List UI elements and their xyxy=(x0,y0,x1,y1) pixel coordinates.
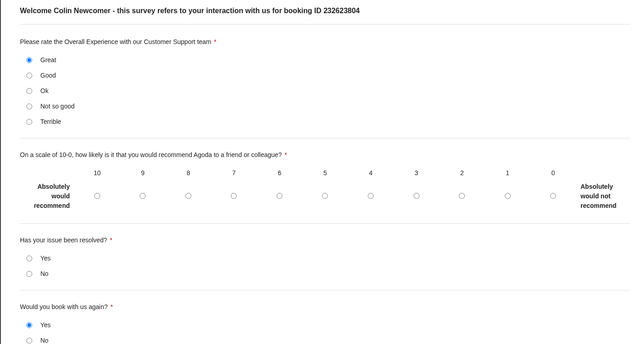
scale-column-header: 2 xyxy=(439,169,485,182)
question-text: Would you book with us again? * xyxy=(20,303,630,310)
radio-list: Yes No xyxy=(20,321,630,344)
scale-radio-4[interactable] xyxy=(368,193,374,199)
scale-radio-1[interactable] xyxy=(505,193,511,199)
question-text: On a scale of 10-0, how likely is it tha… xyxy=(20,151,630,158)
radio-option: Terrible xyxy=(26,118,630,125)
radio-option: Yes xyxy=(26,321,630,329)
radio-option: Not so good xyxy=(26,103,630,110)
radio-label[interactable]: No xyxy=(40,337,49,344)
radio-input-ok[interactable] xyxy=(26,88,32,94)
radio-label[interactable]: Not so good xyxy=(40,103,75,110)
radio-input-great[interactable] xyxy=(26,57,32,63)
question-label: On a scale of 10-0, how likely is it tha… xyxy=(20,151,282,158)
question-label: Would you book with us again? xyxy=(20,303,108,310)
required-marker: * xyxy=(110,236,112,244)
radio-input-yes[interactable] xyxy=(26,322,32,328)
radio-label[interactable]: Terrible xyxy=(40,118,61,125)
scale-radio-9[interactable] xyxy=(140,193,146,199)
radio-label[interactable]: Good xyxy=(40,72,56,79)
question-text: Please rate the Overall Experience with … xyxy=(20,38,630,45)
scale-column-header: 0 xyxy=(530,169,576,182)
scale-column-header: 1 xyxy=(485,169,531,182)
radio-option: Ok xyxy=(26,87,630,94)
scale-column-header: 3 xyxy=(394,169,439,182)
scale-column-header: 10 xyxy=(74,169,120,182)
scale-radio-10[interactable] xyxy=(94,193,100,199)
required-marker: * xyxy=(214,38,216,45)
radio-option: Yes xyxy=(26,255,630,262)
survey-page: Welcome Colin Newcomer - this survey ref… xyxy=(0,0,644,344)
scale-column-header: 8 xyxy=(166,169,211,182)
required-marker: * xyxy=(110,303,112,310)
scale-column-header: 4 xyxy=(348,169,394,182)
required-marker: * xyxy=(284,151,287,158)
scale-radio-3[interactable] xyxy=(414,193,420,199)
radio-input-no[interactable] xyxy=(26,271,32,277)
scale-radio-7[interactable] xyxy=(231,193,237,199)
radio-input-not-so-good[interactable] xyxy=(26,103,32,109)
radio-list: Great Good Ok Not so good Terrible xyxy=(20,56,630,125)
radio-option: Great xyxy=(26,56,630,64)
scale-anchor-left: Absolutely would recommend xyxy=(20,182,74,211)
question-block-book-again: Would you book with us again? * Yes No xyxy=(20,303,630,344)
page-title: Welcome Colin Newcomer - this survey ref… xyxy=(20,7,630,25)
radio-input-yes[interactable] xyxy=(26,256,32,261)
radio-input-no[interactable] xyxy=(26,338,32,344)
radio-option: No xyxy=(26,270,630,277)
scale-radio-0[interactable] xyxy=(550,193,556,199)
radio-label[interactable]: Ok xyxy=(40,87,49,94)
question-block-recommend-scale: On a scale of 10-0, how likely is it tha… xyxy=(20,151,630,224)
question-label: Please rate the Overall Experience with … xyxy=(20,38,211,45)
scale-anchor-right: Absolutely would not recommend xyxy=(576,182,630,211)
radio-label[interactable]: No xyxy=(40,270,49,277)
scale-radio-2[interactable] xyxy=(459,193,465,199)
scale-radio-5[interactable] xyxy=(322,193,328,199)
scale-radio-6[interactable] xyxy=(277,193,283,199)
radio-list: Yes No xyxy=(20,255,630,277)
question-block-overall-experience: Please rate the Overall Experience with … xyxy=(20,38,630,138)
scale-grid: 10 9 8 7 6 5 4 3 2 1 0 Absolutely would … xyxy=(20,169,630,211)
radio-label[interactable]: Yes xyxy=(40,321,51,329)
radio-option: No xyxy=(26,337,630,344)
scale-column-header: 6 xyxy=(257,169,302,182)
radio-input-good[interactable] xyxy=(26,73,32,79)
radio-input-terrible[interactable] xyxy=(26,119,32,125)
scale-column-header: 7 xyxy=(211,169,257,182)
question-block-issue-resolved: Has your issue been resolved? * Yes No xyxy=(20,236,630,290)
scale-column-header: 5 xyxy=(302,169,348,182)
radio-label[interactable]: Great xyxy=(40,56,56,64)
radio-label[interactable]: Yes xyxy=(40,255,51,262)
question-label: Has your issue been resolved? xyxy=(20,236,107,244)
scale-column-header: 9 xyxy=(120,169,166,182)
scale-radio-8[interactable] xyxy=(185,193,191,199)
radio-option: Good xyxy=(26,72,630,79)
question-text: Has your issue been resolved? * xyxy=(20,236,630,244)
